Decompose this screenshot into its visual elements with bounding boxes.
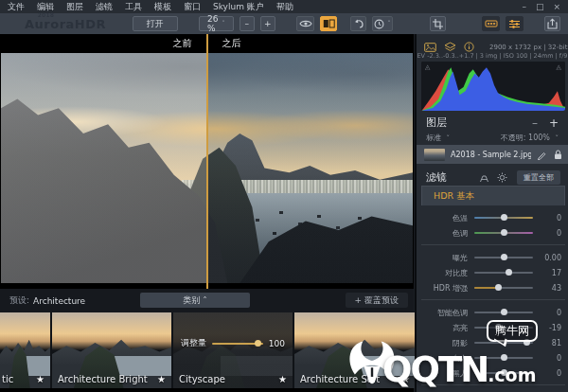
menu-layers[interactable]: 图层: [66, 1, 83, 13]
favorite-star-icon[interactable]: ★: [157, 374, 166, 384]
smart-tone-slider[interactable]: [474, 308, 533, 317]
export-button[interactable]: [544, 16, 560, 31]
menu-filters[interactable]: 滤镜: [96, 1, 113, 13]
menu-skylum-account[interactable]: Skylum 账户: [213, 1, 264, 13]
remove-layer-button[interactable]: –: [532, 116, 538, 130]
slider-row-blacks: 黑人 0: [421, 365, 565, 381]
right-panel: 2900 x 1732 px | 32-bit EV -2.3..-0.3..+…: [415, 34, 568, 392]
preset-thumb-architecture-soft[interactable]: Architecture Soft ★: [294, 312, 416, 388]
slider-knob[interactable]: [255, 340, 261, 347]
compare-divider-handle[interactable]: [206, 34, 208, 289]
preview-eye-button[interactable]: [296, 16, 314, 31]
menu-help[interactable]: 帮助: [276, 1, 293, 13]
open-button[interactable]: 打开: [133, 16, 178, 31]
temperature-slider[interactable]: [474, 213, 533, 223]
undo-button[interactable]: [350, 16, 367, 31]
hdr-basic-section-header[interactable]: HDR 基本: [421, 186, 565, 205]
preset-thumb-cityscape[interactable]: 调整量 100 Cityscape ★: [173, 312, 293, 388]
slider-knob[interactable]: [501, 254, 507, 260]
preset-thumb-partial[interactable]: tic ★: [0, 312, 50, 388]
edit-brush-icon[interactable]: [537, 146, 546, 164]
sliders-icon: [508, 19, 521, 29]
category-button[interactable]: 类别 ˄: [140, 293, 250, 308]
highlight-clipping-warning-icon[interactable]: ◬: [557, 63, 561, 71]
canvas-area: 之前 之后 预设: Architecture 类别 ˄ + 覆盖预设: [0, 34, 414, 392]
zoom-in-button[interactable]: +: [260, 16, 275, 31]
compare-split-button[interactable]: [320, 16, 337, 31]
crop-button[interactable]: [430, 16, 446, 31]
slider-knob[interactable]: [501, 214, 507, 221]
favorite-star-icon[interactable]: ★: [278, 374, 287, 384]
photo-before-wash: [1, 53, 207, 283]
hdr-enhance-slider[interactable]: [474, 283, 533, 293]
slider-knob[interactable]: [495, 324, 502, 330]
hdr-basic-sliders: 色温 0 色调 0 曝光 0.00 对比度: [421, 205, 565, 385]
lock-icon[interactable]: [554, 146, 562, 164]
compare-split-icon: [323, 19, 335, 28]
presets-panel-toggle[interactable]: [482, 16, 500, 31]
slider-knob[interactable]: [506, 269, 512, 276]
opacity-dropdown[interactable]: 不透明: 100% ˅: [501, 133, 559, 143]
eye-icon: [299, 19, 312, 28]
exif-info: EV -2.3..-0.3..+1.7 | 3 img | ISO 100 | …: [417, 52, 568, 60]
menu-templates[interactable]: 模板: [154, 1, 171, 13]
shadows-slider[interactable]: [474, 338, 533, 347]
slider-knob[interactable]: [501, 229, 507, 236]
slider-row-exposure: 曝光 0.00: [421, 250, 565, 265]
blend-mode-dropdown[interactable]: 标准 ˅: [426, 133, 450, 143]
adjustments-panel-toggle[interactable]: [506, 16, 523, 31]
zoom-out-button[interactable]: –: [240, 16, 255, 31]
zoom-level-dropdown[interactable]: 26 %˅: [199, 16, 234, 31]
add-layer-button[interactable]: +: [549, 116, 559, 130]
gear-icon[interactable]: [497, 169, 507, 187]
tint-slider[interactable]: [474, 228, 533, 238]
aurora-hdr-window: 文件 编辑 图层 滤镜 工具 模板 窗口 Skylum 账户 帮助 – □ × …: [0, 0, 568, 392]
menu-file[interactable]: 文件: [8, 1, 25, 13]
exposure-slider[interactable]: [474, 253, 533, 262]
chevron-down-icon: ˅: [556, 134, 559, 142]
menu-tools[interactable]: 工具: [125, 1, 142, 13]
menu-window[interactable]: 窗口: [184, 1, 201, 13]
slider-row-tint: 色调 0: [421, 225, 565, 241]
slider-knob[interactable]: [495, 284, 502, 291]
histogram[interactable]: ◬ ◬: [421, 62, 565, 111]
favorite-star-icon[interactable]: ★: [36, 374, 44, 384]
toolbar: 2018 AuroraHDR 打开 26 %˅ – + ˅: [0, 13, 568, 34]
slider-knob[interactable]: [524, 339, 530, 346]
menu-bar: 文件 编辑 图层 滤镜 工具 模板 窗口 Skylum 账户 帮助 – □ ×: [0, 0, 568, 13]
slider-row-highlights: 高亮 -19: [421, 320, 565, 335]
slider-row-hdr-enhance: HDR 增强 43: [421, 280, 565, 295]
overwrite-preset-button[interactable]: + 覆盖预设: [346, 293, 408, 308]
filters-title: 滤镜: [426, 170, 447, 185]
window-close-button[interactable]: ×: [553, 2, 560, 11]
preset-thumb-architecture-bright[interactable]: Architecture Bright ★: [52, 312, 171, 388]
layer-thumbnail: [424, 149, 445, 161]
whites-slider[interactable]: [474, 353, 533, 363]
blacks-slider[interactable]: [474, 368, 533, 378]
export-icon: [547, 18, 558, 29]
window-minimize-button[interactable]: –: [522, 2, 526, 11]
contrast-slider[interactable]: [474, 268, 533, 277]
shadow-clipping-warning-icon[interactable]: ◬: [425, 63, 430, 71]
highlights-slider[interactable]: [474, 323, 533, 332]
slider-knob[interactable]: [501, 369, 507, 376]
preset-label: 预设:: [9, 294, 29, 307]
layer-name: A2018 - Sample 2.jpg: [451, 151, 531, 159]
layer-row[interactable]: A2018 - Sample 2.jpg: [417, 145, 568, 164]
filter-brush-icon[interactable]: [479, 169, 489, 187]
history-button[interactable]: ˅: [372, 16, 392, 31]
photo-after-grade: [207, 53, 414, 283]
slider-knob[interactable]: [501, 309, 507, 315]
crop-icon: [433, 19, 443, 29]
slider-row-shadows: 阴影 81: [421, 335, 565, 350]
aurora-hdr-logo: 2018 AuroraHDR: [25, 17, 106, 31]
before-label: 之前: [173, 37, 192, 50]
slider-row-whites: 白人 0: [421, 350, 565, 365]
window-maximize-button[interactable]: □: [536, 2, 544, 11]
favorite-star-icon[interactable]: ★: [401, 374, 410, 384]
reset-all-button[interactable]: 重置全部: [517, 170, 560, 185]
clock-icon: [374, 19, 384, 29]
slider-row-contrast: 对比度 17: [421, 265, 565, 280]
preset-amount-slider[interactable]: 调整量 100: [181, 337, 285, 349]
slider-knob[interactable]: [501, 354, 507, 361]
